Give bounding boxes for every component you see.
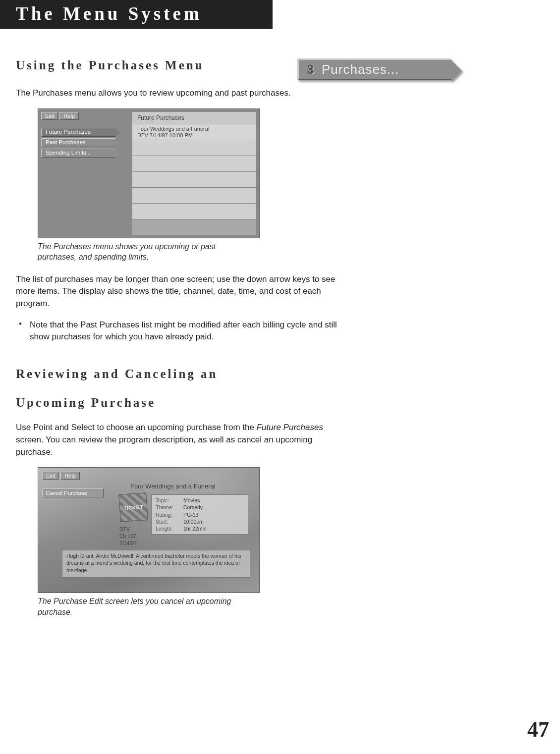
purchase-meta: DTV 7/14/97 10:00 PM	[137, 132, 251, 139]
text-run: screen. You can review the program descr…	[16, 435, 312, 457]
bullet-item: • Note that the Past Purchases list migh…	[16, 319, 345, 343]
section-heading-reviewing: Reviewing and Canceling an	[16, 367, 345, 381]
screenshot-purchase-edit: Exit Help Cancel Purchase Four Weddings …	[38, 467, 260, 593]
meta-value-theme: Comedy	[183, 504, 203, 511]
meta-label-start: Start:	[156, 518, 183, 525]
purchase-row-empty	[132, 140, 256, 156]
program-description: Hugh Grant, Andie McDowell. A confirmed …	[62, 550, 250, 578]
sidebar-item-future-purchases[interactable]: Future Purchases	[41, 128, 115, 137]
meta-value-topic: Movies	[183, 497, 200, 504]
purchase-row-empty	[132, 156, 256, 172]
bullet-text: Note that the Past Purchases list might …	[30, 319, 345, 343]
purchase-row[interactable]: Four Weddings and a Funeral DTV 7/14/97 …	[132, 124, 256, 140]
channel-number: Ch 107	[119, 533, 137, 540]
cancel-purchase-button[interactable]: Cancel Purchase	[42, 488, 104, 497]
channel-network: DTV	[119, 526, 137, 533]
meta-value-start: 10:00pm	[183, 518, 204, 525]
figure-purchases-menu: Exit Help Future Purchases Past Purchase…	[38, 108, 345, 238]
screenshot-purchases-menu: Exit Help Future Purchases Past Purchase…	[38, 108, 260, 238]
sidebar-item-past-purchases[interactable]: Past Purchases	[41, 138, 115, 147]
page-number: 47	[527, 717, 549, 742]
exit-button[interactable]: Exit	[41, 112, 58, 120]
channel-info: DTV Ch 107 7/14/97	[119, 526, 137, 546]
meta-label-length: Length:	[156, 525, 183, 532]
panel-header: Future Purchases	[132, 112, 256, 124]
body-paragraph: The list of purchases may be longer than…	[16, 273, 345, 310]
movie-title: Four Weddings and a Funeral	[130, 483, 216, 490]
intro-paragraph-2: Use Point and Select to choose an upcomi…	[16, 422, 345, 458]
purchase-row-empty	[132, 188, 256, 204]
chapter-title: The Menu System	[0, 0, 273, 29]
italic-text: Future Purchases	[257, 423, 323, 432]
purchase-row-empty	[132, 204, 256, 219]
text-run: Use Point and Select to choose an upcomi…	[16, 423, 257, 432]
sidebar-item-spending-limits[interactable]: Spending Limits...	[41, 149, 115, 158]
help-button[interactable]: Help	[60, 472, 80, 480]
exit-button[interactable]: Exit	[42, 472, 59, 480]
section-heading-purchases: Using the Purchases Menu	[16, 58, 345, 72]
figure-purchase-edit: Exit Help Cancel Purchase Four Weddings …	[38, 467, 345, 593]
meta-value-rating: PG-13	[183, 511, 198, 518]
channel-date: 7/14/97	[119, 540, 137, 547]
figure-caption: The Purchases menu shows you upcoming or…	[38, 241, 251, 263]
purchases-list-panel: Future Purchases Four Weddings and a Fun…	[132, 112, 256, 235]
figure-caption-2: The Purchase Edit screen lets you cancel…	[38, 596, 251, 617]
meta-value-length: 1hr 22min	[183, 525, 207, 532]
ticket-icon: TICKET	[118, 492, 148, 522]
program-metadata-box: Topic:Movies Theme:Comedy Rating:PG-13 S…	[151, 494, 248, 535]
meta-label-theme: Theme:	[156, 504, 183, 511]
meta-label-topic: Topic:	[156, 497, 183, 504]
meta-label-rating: Rating:	[156, 511, 183, 518]
intro-paragraph: The Purchases menu allows you to review …	[16, 87, 345, 100]
bullet-dot: •	[16, 319, 30, 343]
purchase-row-empty	[132, 172, 256, 188]
help-button[interactable]: Help	[59, 112, 79, 120]
section-subheading-upcoming: Upcoming Purchase	[16, 396, 345, 410]
purchase-title: Four Weddings and a Funeral	[137, 126, 251, 132]
